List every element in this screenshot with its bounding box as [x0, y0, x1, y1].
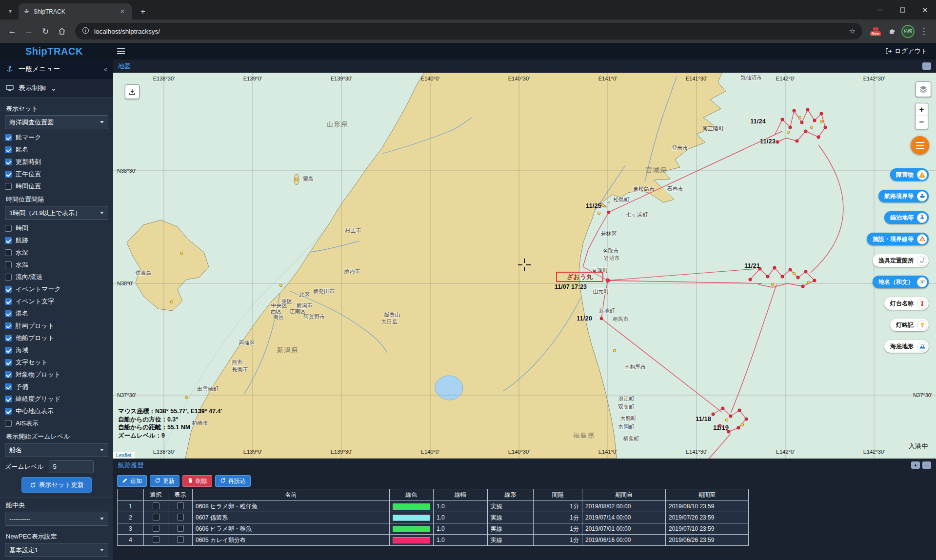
- layer-checkbox-b-2[interactable]: 水深: [5, 246, 108, 259]
- layer-checkbox-b-6[interactable]: イベント文字: [5, 295, 108, 307]
- checkbox[interactable]: [5, 237, 12, 244]
- window-minimize-icon[interactable]: [869, 0, 891, 20]
- checkbox[interactable]: [5, 322, 12, 329]
- checkbox[interactable]: [5, 146, 12, 153]
- visible-checkbox[interactable]: [177, 502, 184, 509]
- layer-checkbox-b-11[interactable]: 文字セット: [5, 356, 108, 368]
- select-checkbox[interactable]: [153, 502, 159, 509]
- layer-checkbox-b-12[interactable]: 対象物プロット: [5, 368, 108, 380]
- select-checkbox-cell[interactable]: [144, 501, 168, 512]
- checkbox[interactable]: [5, 183, 12, 190]
- visible-checkbox[interactable]: [177, 525, 184, 532]
- extension-new-icon[interactable]: New: [868, 24, 883, 39]
- visible-checkbox-cell[interactable]: [168, 535, 193, 546]
- checkbox[interactable]: [5, 383, 12, 390]
- back-icon[interactable]: ←: [5, 24, 20, 39]
- layer-toggle-4[interactable]: 漁具定置箇所: [873, 254, 929, 267]
- sidebar-general-menu[interactable]: 一般メニュー <: [0, 60, 113, 79]
- tab-search-icon[interactable]: ▾: [4, 5, 17, 18]
- layer-checkbox-b-5[interactable]: イベントマーク: [5, 283, 108, 295]
- layer-checkbox-b-1[interactable]: 航跡: [5, 234, 108, 246]
- ship-center-select[interactable]: ----------: [5, 512, 108, 526]
- map-menu-button[interactable]: [911, 136, 929, 155]
- browser-menu-kebab-icon[interactable]: ⋮: [916, 24, 931, 39]
- layer-toggle-2[interactable]: 錨泊地等: [884, 211, 929, 224]
- select-checkbox-cell[interactable]: [144, 512, 168, 523]
- visible-checkbox[interactable]: [177, 514, 184, 520]
- layer-toggle-7[interactable]: 灯略記: [890, 319, 929, 331]
- layer-checkbox-b-0[interactable]: 時間: [5, 222, 108, 234]
- checkbox[interactable]: [5, 408, 12, 415]
- logout-button[interactable]: ログアウト: [885, 47, 927, 56]
- bookmark-star-icon[interactable]: ☆: [849, 27, 856, 36]
- layer-checkbox-b-14[interactable]: 緯経度グリッド: [5, 393, 108, 405]
- layer-checkbox-3[interactable]: 正午位置: [5, 168, 108, 180]
- layer-toggle-5[interactable]: 地名（和文）JP: [873, 276, 929, 288]
- map-attribution[interactable]: Leaflet: [113, 452, 135, 459]
- layer-checkbox-b-8[interactable]: 計画プロット: [5, 320, 108, 332]
- layer-toggle-0[interactable]: 障害物: [890, 168, 929, 181]
- checkbox[interactable]: [5, 134, 12, 141]
- layer-checkbox-b-10[interactable]: 海域: [5, 344, 108, 356]
- checkbox[interactable]: [5, 261, 12, 268]
- checkbox[interactable]: [5, 159, 12, 165]
- checkbox[interactable]: [5, 371, 12, 378]
- expand-panel-icon[interactable]: ▲: [911, 461, 920, 469]
- history-button-1[interactable]: 更新: [150, 475, 179, 487]
- checkbox[interactable]: [5, 249, 12, 256]
- visible-checkbox-cell[interactable]: [168, 512, 193, 523]
- select-checkbox-cell[interactable]: [144, 523, 168, 535]
- layer-toggle-6[interactable]: 灯台名称: [884, 297, 929, 310]
- visible-checkbox-cell[interactable]: [168, 501, 193, 512]
- layer-toggle-3[interactable]: 施設・境界線等: [867, 233, 929, 245]
- zoom-start-select[interactable]: 船名: [5, 443, 108, 457]
- checkbox[interactable]: [5, 225, 12, 232]
- collapse-panel-icon[interactable]: —: [922, 62, 931, 70]
- layer-checkbox-0[interactable]: 船マーク: [5, 131, 108, 143]
- map-canvas[interactable]: E138°30'E138°30'E139°0'E139°0'E139°30'E1…: [113, 73, 936, 459]
- checkbox[interactable]: [5, 274, 12, 280]
- interval-select[interactable]: 1時間（ZL9以上で表示）: [5, 206, 108, 220]
- checkbox[interactable]: [5, 298, 12, 305]
- select-checkbox[interactable]: [153, 525, 159, 532]
- visible-checkbox[interactable]: [177, 536, 184, 543]
- history-button-0[interactable]: 追加: [117, 475, 147, 487]
- layer-checkbox-b-7[interactable]: 港名: [5, 307, 108, 320]
- layer-toggle-1[interactable]: 航路境界等: [878, 190, 929, 202]
- newpec-select[interactable]: 基本設定1: [5, 543, 108, 557]
- site-info-icon[interactable]: [82, 27, 89, 36]
- download-chart-button[interactable]: [125, 84, 139, 99]
- history-button-2[interactable]: 削除: [182, 475, 212, 487]
- update-display-set-button[interactable]: 表示セット更新: [21, 477, 92, 493]
- zoom-out-button[interactable]: −: [916, 116, 928, 129]
- layer-checkbox-2[interactable]: 更新時刻: [5, 156, 108, 168]
- layer-checkbox-b-4[interactable]: 流向/流速: [5, 271, 108, 283]
- select-checkbox[interactable]: [153, 514, 159, 520]
- home-icon[interactable]: [55, 24, 69, 39]
- sidebar-display-control[interactable]: 表示制御 ⌄: [0, 79, 113, 98]
- select-checkbox[interactable]: [153, 536, 159, 543]
- collapse-panel-icon[interactable]: —: [922, 461, 931, 469]
- reload-icon[interactable]: ↻: [38, 24, 53, 39]
- history-button-3[interactable]: 再読込: [215, 475, 251, 487]
- menu-icon[interactable]: [117, 48, 125, 54]
- zoom-level-input[interactable]: [49, 460, 94, 473]
- layers-button[interactable]: [916, 81, 931, 97]
- new-tab-button[interactable]: +: [137, 5, 149, 18]
- layer-checkbox-b-9[interactable]: 他船プロット: [5, 332, 108, 344]
- browser-tab[interactable]: ShipTRACK ✕: [19, 3, 132, 20]
- zoom-in-button[interactable]: +: [916, 103, 928, 116]
- display-set-select[interactable]: 海洋調査位置図: [5, 115, 108, 129]
- layer-checkbox-b-15[interactable]: 中心地点表示: [5, 405, 108, 417]
- checkbox[interactable]: [5, 310, 12, 317]
- tab-close-icon[interactable]: ✕: [118, 7, 127, 16]
- profile-avatar[interactable]: 佑輔: [901, 25, 915, 38]
- checkbox[interactable]: [5, 171, 12, 178]
- window-close-icon[interactable]: [914, 0, 936, 20]
- checkbox[interactable]: [5, 347, 12, 354]
- collapse-left-icon[interactable]: <: [103, 66, 107, 73]
- layer-toggle-8[interactable]: 海底地形: [884, 340, 929, 353]
- layer-checkbox-b-3[interactable]: 水温: [5, 259, 108, 271]
- layer-checkbox-1[interactable]: 船名: [5, 143, 108, 156]
- checkbox[interactable]: [5, 335, 12, 341]
